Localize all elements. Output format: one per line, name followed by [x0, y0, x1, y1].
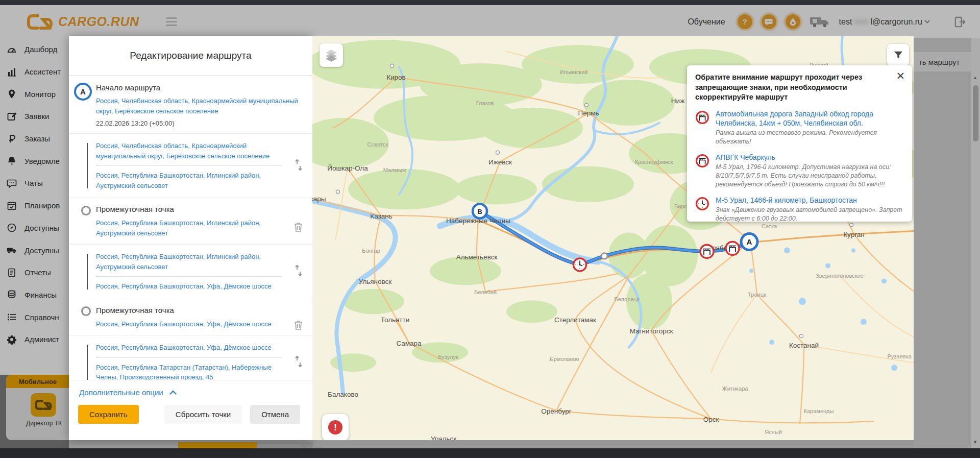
save-button[interactable]: Сохранить: [78, 405, 139, 424]
map-city-label: Рузаевка: [887, 353, 911, 359]
map-city-label: Ермолаево: [550, 356, 579, 362]
map-city-label: Сатка: [762, 223, 777, 229]
route-points-list: A Начало маршрута Россия, Челябинская об…: [69, 76, 312, 380]
route-waypoint: Промежуточная точка Россия, Республика Б…: [69, 299, 312, 336]
waypoint-ring-icon: [81, 306, 91, 316]
map-city-label: Альметьевск: [456, 253, 498, 261]
route-edit-panel: Редактирование маршрута A Начало маршрут…: [69, 36, 312, 440]
warning-link[interactable]: Автомобильная дорога Западный обход горо…: [716, 109, 904, 128]
frame-sign: [695, 110, 709, 125]
panel-footer: Дополнительные опции Сохранить Сбросить …: [69, 380, 312, 440]
map-city-label: Набережные Челны: [446, 217, 510, 225]
map-city-label: Стерлитамак: [554, 316, 596, 324]
exclamation-icon: !: [328, 420, 342, 435]
panel-title: Редактирование маршрута: [69, 36, 312, 76]
waypoint-address-link[interactable]: Россия, Республика Башкортостан, Иглинск…: [96, 218, 282, 238]
additional-options-link[interactable]: Дополнительные опции: [69, 380, 197, 397]
warning-description: Рамка вышла из тестового режима. Рекомен…: [716, 129, 904, 146]
map-city-label: Самара: [396, 340, 421, 347]
map-city-label: Балаково: [328, 391, 358, 398]
route-segment: Россия, Челябинская область, Красноармей…: [69, 134, 312, 198]
waypoint-label: Промежуточная точка: [96, 306, 282, 315]
additional-options-label: Дополнительные опции: [79, 388, 163, 397]
segment-from-address[interactable]: Россия, Республика Башкортостан, Иглинск…: [96, 252, 282, 272]
map-city-label: Белебей: [474, 289, 497, 295]
route-map[interactable]: КировИльинскийЛеснойГлазовПермьНижСоветс…: [312, 36, 914, 440]
route-warning-panel: Обратите внимание маршрут проходит через…: [687, 65, 912, 222]
warning-link[interactable]: АПВГК Чебаркуль: [716, 153, 904, 162]
map-city-label: Ижевск: [488, 158, 512, 166]
map-city-label: Малмыж: [383, 167, 406, 173]
map-city-label: Магнитогорск: [630, 327, 673, 335]
warning-item: М-5 Урал, 1466-й километр, БашкортостанЗ…: [695, 196, 904, 223]
filter-icon: [893, 50, 904, 61]
reset-points-button[interactable]: Сбросить точки: [164, 405, 242, 424]
route-alerts-button[interactable]: !: [322, 414, 349, 440]
map-city-label: Тольятти: [381, 316, 410, 324]
route-segment: Россия, Республика Башкортостан, Уфа, Дё…: [69, 335, 312, 380]
segment-to-address[interactable]: Россия, Республика Татарстан (Татарстан)…: [96, 363, 282, 381]
map-city-label: Костанай: [789, 342, 819, 349]
map-city-label: Ясный: [765, 429, 782, 435]
map-city-label: Чебоксары: [312, 195, 326, 203]
map-city-label: Ульяновск: [359, 278, 392, 285]
delete-waypoint-button[interactable]: [293, 222, 303, 234]
map-city-label: Глазов: [476, 100, 494, 106]
map-city-label: Пермь: [578, 109, 599, 117]
map-city-label: Советск: [368, 141, 388, 148]
cancel-button[interactable]: Отмена: [250, 405, 300, 424]
marker-a-icon: A: [74, 83, 92, 101]
segment-connector: [87, 254, 88, 290]
map-city-label: Звериноголовское: [816, 273, 864, 279]
start-point-label: Начало маршрута: [96, 83, 304, 92]
layers-icon: [325, 49, 338, 62]
map-city-label: Ниж: [671, 97, 684, 105]
map-city-label: Болгар: [362, 248, 380, 254]
waypoint-address-link[interactable]: Россия, Республика Башкортостан, Уфа, Дё…: [96, 319, 282, 329]
warning-item: АПВГК ЧебаркульМ-5 Урал, 1796-й километр…: [695, 153, 904, 189]
map-city-label: Казань: [370, 212, 392, 220]
map-city-label: Житикара: [722, 385, 748, 392]
swap-points-button[interactable]: [294, 264, 303, 279]
map-city-label: Челябинск: [704, 244, 738, 252]
map-city-label: Киров: [386, 74, 406, 81]
start-datetime: 22.02.2026 13:20 (+05:00): [96, 119, 304, 127]
segment-connector: [87, 143, 88, 188]
delete-waypoint-button[interactable]: [293, 320, 303, 332]
start-address-link[interactable]: Россия, Челябинская область, Красноармей…: [96, 96, 304, 116]
map-city-label: Караменды: [804, 408, 834, 414]
warning-title: Обратите внимание маршрут проходит через…: [695, 73, 884, 103]
segment-from-address[interactable]: Россия, Республика Башкортостан, Уфа, Дё…: [96, 343, 282, 353]
clock-sign: [695, 197, 709, 211]
map-city-label: Троицк: [748, 292, 766, 298]
swap-points-button[interactable]: [294, 159, 303, 173]
map-city-label: Ильинский: [560, 69, 588, 75]
segment-from-address[interactable]: Россия, Челябинская область, Красноармей…: [96, 141, 282, 161]
map-filter-button[interactable]: [887, 44, 909, 66]
map-city-label: Оренбург: [541, 407, 571, 415]
frame-sign: [695, 154, 709, 168]
warning-description: Знак «Движение грузовых автомобилей запр…: [716, 206, 904, 223]
waypoint-ring-icon: [81, 206, 91, 215]
segment-to-address[interactable]: Россия, Республика Башкортостан, Уфа, Дё…: [96, 281, 282, 292]
route-segment: Россия, Республика Башкортостан, Иглинск…: [69, 245, 312, 299]
map-city-label: Уральск: [431, 435, 457, 441]
map-city-label: Красноуфимск: [635, 159, 673, 165]
segment-to-address[interactable]: Россия, Республика Башкортостан, Иглинск…: [96, 171, 282, 190]
route-waypoint: Промежуточная точка Россия, Республика Б…: [69, 198, 312, 245]
map-city-label: Курган: [843, 231, 865, 238]
close-icon[interactable]: ✕: [896, 70, 905, 81]
swap-points-button[interactable]: [294, 355, 303, 370]
map-layers-button[interactable]: [320, 43, 343, 67]
waypoint-label: Промежуточная точка: [96, 205, 282, 213]
route-start-point: A Начало маршрута Россия, Челябинская об…: [69, 76, 312, 134]
map-city-label: Йошкар-Ола: [327, 164, 368, 172]
warning-item: Автомобильная дорога Западный обход горо…: [695, 109, 904, 146]
warning-link[interactable]: М-5 Урал, 1466-й километр, Башкортостан: [716, 196, 904, 205]
map-city-label: Бузулук: [438, 354, 458, 360]
map-city-label: Орск: [703, 416, 719, 423]
map-city-label: Белорецк: [615, 296, 640, 302]
warning-list: Автомобильная дорога Западный обход горо…: [695, 109, 904, 223]
warning-description: М-5 Урал, 1796-й километр. Допустимая на…: [716, 163, 904, 189]
chevron-up-icon: [169, 390, 177, 395]
